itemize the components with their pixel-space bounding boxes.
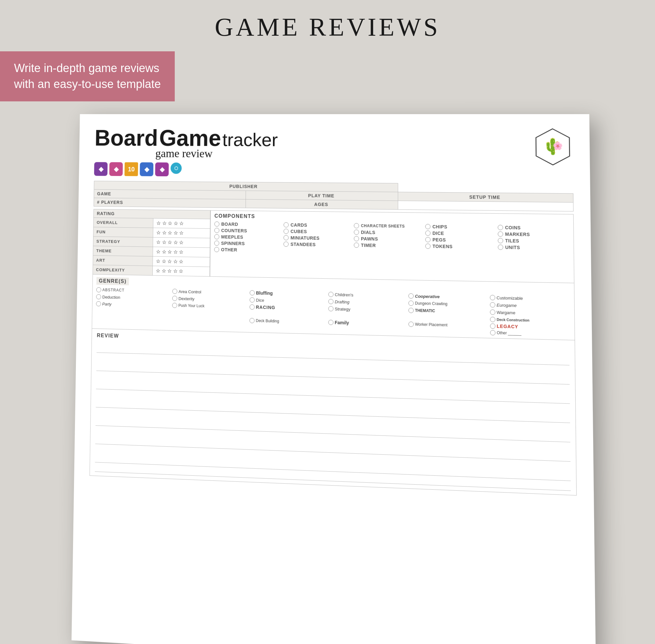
genre-childrens-check[interactable] bbox=[329, 292, 334, 297]
genre-deck-building-check[interactable] bbox=[249, 318, 254, 323]
genres-grid: ABSTRACT Area Control Bluffing Children'… bbox=[96, 287, 570, 337]
dice-icons: ◆ ◆ 10 ◆ ◆ ⬡ bbox=[94, 162, 182, 176]
overall-stars: ☆ ☆ ☆ ☆ ☆ bbox=[153, 218, 210, 229]
genre-deduction-check[interactable] bbox=[96, 294, 101, 299]
genre-dungeon-crawling: Dungeon Crawling bbox=[408, 300, 487, 307]
comp-spinners-check[interactable] bbox=[214, 240, 219, 246]
comp-standees-check[interactable] bbox=[284, 242, 289, 247]
genre-legacy: LEGACY bbox=[490, 323, 570, 330]
genre-family-check[interactable] bbox=[328, 320, 333, 325]
genre-area-control: Area Control bbox=[172, 289, 247, 295]
genre-other-check[interactable] bbox=[490, 330, 496, 336]
comp-tiles: TILES bbox=[498, 238, 569, 244]
genre-thematic-check[interactable] bbox=[408, 308, 413, 313]
genre-dexterity-check[interactable] bbox=[172, 296, 177, 301]
genre-customizable: Customizable bbox=[490, 295, 570, 302]
comp-board-check[interactable] bbox=[214, 221, 219, 226]
subtitle-line1: Write in-depth game reviews bbox=[14, 60, 161, 76]
comp-meeples-check[interactable] bbox=[214, 234, 219, 239]
comp-units-check[interactable] bbox=[498, 245, 503, 250]
comp-tokens-check[interactable] bbox=[425, 244, 430, 249]
genre-deduction: Deduction bbox=[96, 294, 170, 301]
doc-title-block: Board Game tracker game review ◆ ◆ 10 ◆ … bbox=[94, 127, 278, 177]
comp-dice-check[interactable] bbox=[425, 230, 430, 236]
genre-other: Other ______ bbox=[490, 330, 570, 337]
comp-markers-check[interactable] bbox=[498, 231, 503, 237]
rating-label: RATING bbox=[93, 209, 210, 219]
comp-chips: CHIPS bbox=[425, 224, 496, 230]
genre-wargame-check[interactable] bbox=[490, 309, 495, 315]
genre-party: Party bbox=[96, 301, 170, 308]
subtitle-banner: Write in-depth game reviews with an easy… bbox=[0, 51, 175, 101]
comp-dials-check[interactable] bbox=[354, 230, 359, 235]
overall-label: OVERALL bbox=[93, 217, 153, 228]
genre-abstract: ABSTRACT bbox=[96, 287, 170, 294]
review-lines bbox=[95, 343, 571, 491]
components-grid: BOARD CARDS CHARACTER SHEETS CHIPS COINS… bbox=[214, 221, 570, 257]
genre-bluffing-check[interactable] bbox=[250, 290, 255, 295]
genre-racing: RACING bbox=[250, 304, 326, 311]
genre-deck-construction-check[interactable] bbox=[490, 317, 496, 322]
rating-panel: RATING OVERALL ☆ ☆ ☆ ☆ ☆ FUN ☆ ☆ ☆ ☆ ☆ S… bbox=[92, 209, 210, 276]
genre-dungeon-crawling-check[interactable] bbox=[408, 300, 413, 306]
die-1: ◆ bbox=[94, 162, 108, 176]
genre-area-control-check[interactable] bbox=[172, 289, 177, 294]
genre-family: Family bbox=[328, 313, 406, 333]
genre-customizable-check[interactable] bbox=[490, 295, 495, 300]
document: Board Game tracker game review ◆ ◆ 10 ◆ … bbox=[71, 114, 596, 644]
comp-dials: DIALS bbox=[354, 230, 424, 236]
comp-tokens: TOKENS bbox=[425, 244, 496, 250]
genre-push-your-luck-check[interactable] bbox=[172, 303, 177, 308]
genre-dice: Dice bbox=[250, 297, 326, 304]
comp-miniatures-check[interactable] bbox=[284, 235, 289, 240]
comp-tiles-check[interactable] bbox=[498, 238, 503, 243]
rating-table: RATING OVERALL ☆ ☆ ☆ ☆ ☆ FUN ☆ ☆ ☆ ☆ ☆ S… bbox=[92, 209, 210, 276]
comp-coins-check[interactable] bbox=[498, 225, 503, 230]
die-6: ⬡ bbox=[171, 162, 182, 174]
complexity-stars: ☆ ☆ ☆ ☆ ☆ bbox=[153, 266, 210, 276]
genre-eurogame-check[interactable] bbox=[490, 302, 495, 308]
comp-other: OTHER bbox=[214, 247, 281, 253]
die-4: ◆ bbox=[140, 162, 153, 176]
comp-cards-check[interactable] bbox=[284, 222, 289, 227]
comp-pegs-check[interactable] bbox=[425, 237, 430, 242]
genre-cooperative-check[interactable] bbox=[408, 293, 413, 299]
comp-counters-check[interactable] bbox=[214, 228, 219, 233]
genre-party-check[interactable] bbox=[96, 301, 101, 306]
comp-cubes-check[interactable] bbox=[284, 229, 289, 234]
genre-dice-check[interactable] bbox=[250, 297, 255, 303]
comp-timer: TIMER bbox=[354, 243, 424, 249]
genre-deck-construction: Deck Construction bbox=[490, 317, 570, 324]
comp-dice: DICE bbox=[425, 230, 496, 236]
genre-worker-placement-check[interactable] bbox=[408, 321, 413, 327]
game-label: GAME bbox=[94, 189, 246, 199]
art-stars: ☆ ☆ ☆ ☆ ☆ bbox=[153, 256, 210, 267]
genre-racing-check[interactable] bbox=[250, 304, 255, 310]
comp-timer-check[interactable] bbox=[354, 243, 359, 248]
comp-char-sheets-check[interactable] bbox=[354, 223, 359, 228]
cactus-hex-icon: 🌵 🌸 bbox=[533, 127, 573, 167]
doc-subtitle: game review bbox=[155, 147, 213, 160]
genre-right-col: Deck Construction LEGACY Other ______ bbox=[490, 317, 570, 337]
comp-miniatures: MINIATURES bbox=[284, 235, 352, 241]
genre-eurogame: Eurogame bbox=[490, 302, 570, 309]
comp-pawns: PAWNS bbox=[354, 236, 424, 242]
genre-strategy-check[interactable] bbox=[329, 306, 334, 312]
comp-char-sheets: CHARACTER SHEETS bbox=[354, 223, 424, 229]
genre-spacer bbox=[96, 308, 247, 329]
genre-abstract-check[interactable] bbox=[96, 287, 101, 292]
strategy-stars: ☆ ☆ ☆ ☆ ☆ bbox=[153, 237, 210, 247]
comp-pawns-check[interactable] bbox=[354, 236, 359, 241]
title-tracker: tracker bbox=[222, 131, 278, 149]
play-time-label: PLAY TIME bbox=[246, 191, 398, 201]
comp-other-check[interactable] bbox=[214, 247, 219, 252]
subtitle-line2: with an easy-to-use template bbox=[14, 76, 161, 92]
review-line-2 bbox=[96, 362, 569, 385]
fun-stars: ☆ ☆ ☆ ☆ ☆ bbox=[153, 228, 210, 238]
players-label: # PLAYERS bbox=[94, 198, 246, 208]
genre-legacy-check[interactable] bbox=[490, 323, 496, 329]
comp-chips-check[interactable] bbox=[425, 224, 430, 229]
die-3: 10 bbox=[125, 162, 138, 176]
genre-drafting-check[interactable] bbox=[329, 299, 334, 304]
genre-dexterity: Dexterity bbox=[172, 296, 247, 302]
